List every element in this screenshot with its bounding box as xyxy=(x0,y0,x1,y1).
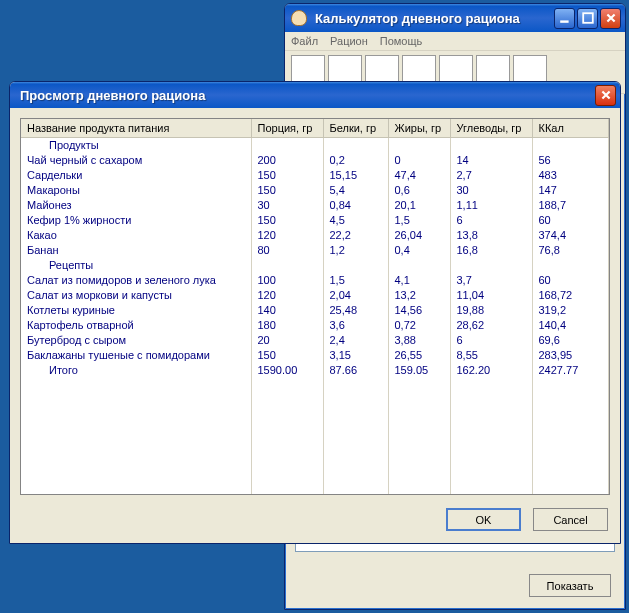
table-row[interactable]: Майонез300,8420,11,11188,7 xyxy=(21,198,609,213)
total-row: Итого1590.0087.66159.05162.202427.77 xyxy=(21,363,609,378)
col-portion[interactable]: Порция, гр xyxy=(251,119,323,138)
table-row[interactable]: Бутерброд с сыром202,43,88669,6 xyxy=(21,333,609,348)
table-row[interactable]: Какао12022,226,0413,8374,4 xyxy=(21,228,609,243)
menu-file[interactable]: Файл xyxy=(291,35,318,47)
menu-help[interactable]: Помощь xyxy=(380,35,423,47)
table-row[interactable]: Чай черный с сахаром2000,201456 xyxy=(21,153,609,168)
back-titlebar: Калькулятор дневного рациона xyxy=(285,4,625,32)
data-grid[interactable]: Название продукта питания Порция, гр Бел… xyxy=(20,118,610,495)
dialog-buttons: OK Cancel xyxy=(446,508,608,531)
dialog-titlebar: Просмотр дневного рациона xyxy=(10,82,620,108)
maximize-button[interactable] xyxy=(577,8,598,29)
close-button[interactable] xyxy=(600,8,621,29)
menu-ration[interactable]: Рацион xyxy=(330,35,368,47)
table-row[interactable]: Банан801,20,416,876,8 xyxy=(21,243,609,258)
section-row: Рецепты xyxy=(21,258,609,273)
svg-rect-0 xyxy=(560,20,568,22)
col-kcal[interactable]: ККал xyxy=(532,119,609,138)
col-carbs[interactable]: Углеводы, гр xyxy=(450,119,532,138)
empty-row xyxy=(21,393,609,408)
table-row[interactable]: Салат из моркови и капусты1202,0413,211,… xyxy=(21,288,609,303)
table-row[interactable]: Котлеты куриные14025,4814,5619,88319,2 xyxy=(21,303,609,318)
view-ration-dialog: Просмотр дневного рациона Название проду… xyxy=(9,81,621,544)
section-row: Продукты xyxy=(21,138,609,153)
col-fat[interactable]: Жиры, гр xyxy=(388,119,450,138)
table-row[interactable]: Салат из помидоров и зеленого лука1001,5… xyxy=(21,273,609,288)
dialog-title: Просмотр дневного рациона xyxy=(16,88,595,103)
svg-rect-1 xyxy=(583,13,593,23)
empty-row xyxy=(21,423,609,438)
col-protein[interactable]: Белки, гр xyxy=(323,119,388,138)
minimize-button[interactable] xyxy=(554,8,575,29)
table-row[interactable]: Картофель отварной1803,60,7228,62140,4 xyxy=(21,318,609,333)
show-button[interactable]: Показать xyxy=(529,574,611,597)
empty-row xyxy=(21,468,609,483)
empty-row xyxy=(21,408,609,423)
close-icon[interactable] xyxy=(595,85,616,106)
table-header-row: Название продукта питания Порция, гр Бел… xyxy=(21,119,609,138)
ok-button[interactable]: OK xyxy=(446,508,521,531)
table-row[interactable]: Макароны1505,40,630147 xyxy=(21,183,609,198)
empty-row xyxy=(21,378,609,393)
menubar: Файл Рацион Помощь xyxy=(285,32,625,51)
dialog-body: Название продукта питания Порция, гр Бел… xyxy=(10,108,620,543)
empty-row xyxy=(21,453,609,468)
table-row[interactable]: Сардельки15015,1547,42,7483 xyxy=(21,168,609,183)
col-name[interactable]: Название продукта питания xyxy=(21,119,251,138)
table-row[interactable]: Баклажаны тушеные с помидорами1503,1526,… xyxy=(21,348,609,363)
empty-row xyxy=(21,483,609,496)
app-icon xyxy=(291,10,307,26)
cancel-button[interactable]: Cancel xyxy=(533,508,608,531)
empty-row xyxy=(21,438,609,453)
back-window-title: Калькулятор дневного рациона xyxy=(311,11,554,26)
table-row[interactable]: Кефир 1% жирности1504,51,5660 xyxy=(21,213,609,228)
